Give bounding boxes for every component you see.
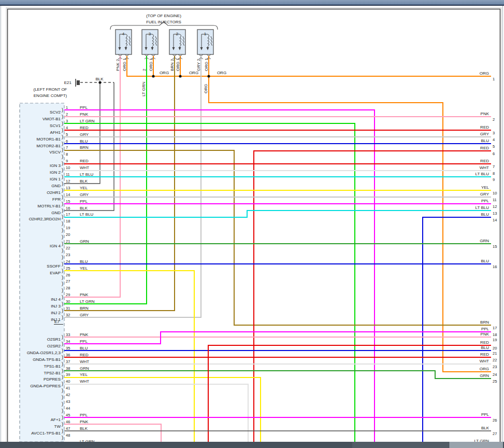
pin-name: IGN 4 <box>50 244 61 248</box>
junction-dot <box>98 81 101 83</box>
wire-color-label: PPL <box>80 339 88 344</box>
window-right-edge <box>502 6 503 442</box>
wire-color-label: YEL <box>80 266 88 271</box>
pin-number: 28 <box>66 286 70 290</box>
exit-number: 14 <box>493 218 497 222</box>
pin-name: GNDA-O2SR1,2,3 <box>27 351 61 355</box>
exit-number: 16 <box>493 264 497 269</box>
pin-bracket: ) <box>62 414 63 420</box>
pin-number: 13 <box>66 186 70 190</box>
pin-bracket: ) <box>62 160 63 166</box>
pin-name: IGN 3 <box>50 163 61 168</box>
bus-wire-label: ORG <box>217 71 226 75</box>
junction-dot <box>207 75 210 77</box>
wire-color-label: PPL <box>481 327 489 331</box>
exit-number: 5 <box>493 144 495 149</box>
pin-bracket: ) <box>62 227 63 233</box>
wire-color-label: RED <box>480 352 489 357</box>
pin-name: TW <box>54 424 61 429</box>
pin-name: IGN 2 <box>50 170 61 175</box>
pin-number: 35 <box>66 346 70 351</box>
wire-ppl <box>64 110 375 442</box>
pin-number: 14 <box>66 192 70 197</box>
exit-number: 22 <box>493 358 497 362</box>
wire-color-label: RED <box>480 340 489 345</box>
pin-number: 19 <box>66 226 70 230</box>
exit-number: 17 <box>493 326 497 330</box>
horizontal-scrollbar[interactable] <box>0 442 504 448</box>
wire-color-label: PNK <box>80 332 89 337</box>
pin-number: 23 <box>66 253 70 257</box>
injector-pin-label: ORG 1 <box>149 58 153 71</box>
pin-number: 44 <box>66 406 70 411</box>
pin-number: 10 <box>66 165 70 170</box>
wire-color-label: GRN <box>80 366 89 371</box>
wire-color-label: BRN <box>80 145 89 150</box>
wire-color-label: LT BLU <box>476 205 489 210</box>
connector-designator: E7 <box>54 319 60 324</box>
pin-bracket: ) <box>62 354 63 360</box>
pin-name: FPR <box>52 197 61 202</box>
exit-number: 8 <box>493 171 495 176</box>
pin-name: O2SR2 <box>47 344 61 348</box>
injector-pin-label: ORG 1 <box>204 58 209 71</box>
pin-number: 11 <box>66 172 70 177</box>
wire-color-label: RED <box>480 159 489 163</box>
pin-number: 29 <box>66 292 70 297</box>
exit-number: 4 <box>493 137 495 142</box>
wire-color-label: YEL <box>481 185 489 190</box>
wire-color-label: WHT <box>480 359 489 363</box>
pin-number: 17 <box>66 212 70 217</box>
pin-bracket: ) <box>62 394 63 400</box>
pin-number: 27 <box>66 279 70 284</box>
junction-dot <box>152 75 154 77</box>
pin-bracket: ) <box>62 247 63 253</box>
injector-pin-label: 2 <box>142 68 147 71</box>
ground-location-line: (LEFT FRONT OF <box>33 87 67 92</box>
pin-number: 30 <box>66 299 70 304</box>
pin-bracket: ) <box>62 334 63 340</box>
wire-red <box>254 151 491 442</box>
wire-yel <box>64 377 261 442</box>
pin-number: 7 <box>66 145 68 150</box>
pin-name: GND <box>51 211 61 215</box>
pin-bracket: ) <box>62 254 63 260</box>
pin-bracket: ) <box>62 220 63 226</box>
pin-number: 36 <box>66 353 70 357</box>
pin-name: GND <box>51 184 61 188</box>
exit-number: 7 <box>493 164 495 169</box>
pin-bracket: ) <box>62 314 63 320</box>
wire-wht <box>64 384 248 442</box>
wire-color-label: WHT <box>80 165 89 170</box>
pin-bracket: ) <box>62 347 63 353</box>
wire-color-label: PPL <box>481 199 489 203</box>
exit-number: 9 <box>493 177 495 182</box>
wire-color-label: BRN <box>80 306 89 311</box>
wire-color-label: YEL <box>80 186 88 190</box>
wire-color-label: GRY <box>480 192 489 197</box>
pin-name: VSCV <box>49 150 61 155</box>
wire-color-label: PPL <box>80 199 88 204</box>
pin-number: 43 <box>66 399 70 404</box>
wire-color-label: LT GRN <box>80 119 95 123</box>
pin-bracket: ) <box>62 147 63 152</box>
wire-org <box>209 76 491 372</box>
pin-number: 21 <box>66 239 70 244</box>
window-left-edge <box>1 6 1 442</box>
pin-number: 24 <box>66 259 70 264</box>
pin-name: TPS2-B1 <box>44 371 61 375</box>
ground-plug-icon <box>77 80 80 85</box>
pin-bracket: ) <box>62 307 63 313</box>
scrollbar-thumb[interactable] <box>449 442 503 448</box>
pin-number: 45 <box>66 413 70 417</box>
injector-pin-label: BRN 2 <box>170 59 175 71</box>
wire-color-label: GRN <box>480 373 489 378</box>
exit-number: 19 <box>493 338 497 342</box>
pin-number: 15 <box>66 199 70 204</box>
wire-org <box>127 56 491 76</box>
pin-name: VMOT-B1 <box>42 117 61 121</box>
injector-pin-label: GRY 2 <box>196 59 201 71</box>
wiring-diagram: (TOP OF ENGINE)FUEL INJECTORS4PNK 2ORG 1… <box>0 0 504 448</box>
pin-name: SCV1 <box>50 123 61 128</box>
wire-color-label: PNK <box>481 332 489 337</box>
